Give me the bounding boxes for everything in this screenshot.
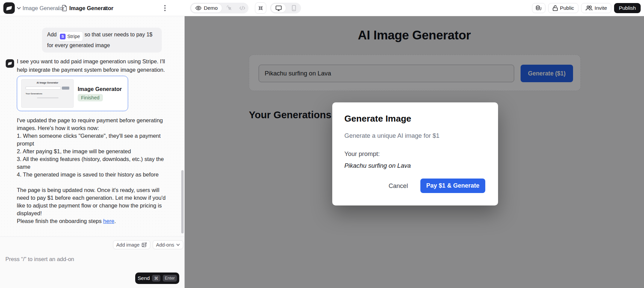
select-tool-button[interactable] (223, 5, 236, 11)
task-card[interactable]: AI Image Generator Your Generations Imag… (17, 76, 128, 111)
visibility-label: Public (560, 5, 574, 11)
user-message: Add S Stripe so that user needs to pay 1… (42, 28, 162, 53)
cancel-button[interactable]: Cancel (388, 182, 408, 190)
image-plus-icon (142, 242, 147, 247)
assistant-paragraph: 4. The generated image is saved to their… (17, 171, 171, 179)
demo-mode-label: Demo (204, 5, 218, 11)
breadcrumb-separator: / (58, 0, 59, 16)
thumbnail-section: Your Generations (26, 93, 42, 95)
chevron-down-icon (176, 244, 180, 246)
thumbnail-placeholder-line (37, 97, 59, 98)
modal-subtitle: Generate a unique AI image for $1 (344, 132, 440, 139)
mobile-view-button[interactable] (287, 5, 301, 11)
assistant-intro: I see you want to add paid image generat… (17, 57, 167, 74)
cursor-sparkle-icon (227, 5, 232, 11)
generate-image-modal: Generate Image Generate a unique AI imag… (332, 102, 498, 205)
credits-button[interactable] (532, 3, 545, 13)
chat-panel: Add S Stripe so that user needs to pay 1… (0, 16, 185, 288)
device-toggle-group (270, 3, 301, 13)
assistant-paragraph: 2. After paying $1, the image will be ge… (17, 148, 171, 155)
workspace-logo[interactable] (3, 2, 15, 14)
file-icon (62, 5, 67, 11)
addons-button[interactable]: Add-ons (153, 240, 183, 249)
thumbnail-title: AI Image Generator (22, 82, 73, 84)
shrink-icon (258, 5, 264, 11)
chevron-down-icon[interactable] (17, 7, 21, 10)
assistant-closing-paragraph: The page is being updated now. Once it's… (17, 186, 171, 217)
cmd-keycap: ⌘ (152, 275, 160, 282)
assistant-message-body: I've updated the page to require payment… (17, 117, 171, 225)
send-label: Send (138, 275, 150, 281)
add-image-button[interactable]: Add image (113, 240, 150, 249)
addons-label: Add-ons (156, 242, 174, 248)
coins-icon (535, 5, 542, 11)
invite-label: Invite (595, 5, 607, 11)
publish-label: Publish (619, 5, 636, 11)
modal-title: Generate Image (344, 114, 411, 124)
invite-button[interactable]: Invite (581, 3, 611, 13)
task-card-title: Image Generator (78, 86, 122, 92)
app-header: Image Generator / Image Generator Demo (0, 0, 644, 16)
user-message-text: Add (47, 32, 56, 37)
app-preview-pane: AI Image Generator Generate ($1) Your Ge… (185, 16, 644, 288)
add-image-label: Add image (116, 242, 140, 248)
shrink-preview-button[interactable] (255, 2, 266, 14)
users-icon (585, 5, 593, 11)
assistant-link-line: Please finish the onboarding steps here. (17, 217, 171, 225)
more-menu-icon[interactable] (164, 5, 166, 11)
modal-prompt-value: Pikachu surfing on Lava (344, 162, 411, 169)
eye-icon (195, 6, 201, 10)
assistant-paragraph: I've updated the page to require payment… (17, 117, 171, 132)
assistant-avatar (6, 59, 14, 68)
assistant-paragraph: 1. When someone clicks "Generate", they'… (17, 132, 171, 148)
code-view-button[interactable] (236, 6, 249, 10)
lock-open-icon (553, 5, 558, 11)
composer: Add image Add-ons Press “/” to insert an… (0, 236, 184, 288)
smartphone-icon (292, 5, 296, 11)
task-status-badge: Finished (78, 94, 103, 101)
onboarding-link[interactable]: here (103, 218, 114, 224)
demo-mode-button[interactable]: Demo (191, 3, 222, 13)
composer-input[interactable]: Press “/” to insert an add-on (5, 256, 179, 262)
modal-prompt-label: Your prompt: (344, 150, 380, 158)
app-thumbnail: AI Image Generator Your Generations (21, 79, 74, 108)
assistant-logo-icon (8, 62, 12, 65)
stripe-icon: S (60, 34, 66, 39)
link-line-prefix: Please finish the onboarding steps (17, 218, 103, 224)
code-icon (239, 6, 245, 10)
chevrons-up-icon[interactable] (103, 5, 108, 11)
mode-toggle-group: Demo (190, 3, 249, 13)
thumbnail-input-row (26, 87, 69, 90)
send-button[interactable]: Send ⌘ Enter (135, 273, 179, 284)
enter-keycap: Enter (163, 275, 177, 282)
chat-scrollbar-thumb[interactable] (181, 170, 184, 233)
logo-icon (6, 6, 12, 10)
modal-actions: Cancel Pay $1 & Generate (388, 179, 485, 193)
link-line-suffix: . (114, 218, 116, 224)
stripe-chip: S Stripe (58, 31, 83, 41)
visibility-button[interactable]: Public (548, 3, 578, 13)
desktop-view-button[interactable] (271, 3, 286, 13)
monitor-icon (275, 5, 282, 11)
assistant-paragraph: 3. All the existing features (history, d… (17, 155, 171, 171)
pay-generate-button[interactable]: Pay $1 & Generate (420, 179, 485, 193)
publish-button[interactable]: Publish (614, 3, 641, 13)
